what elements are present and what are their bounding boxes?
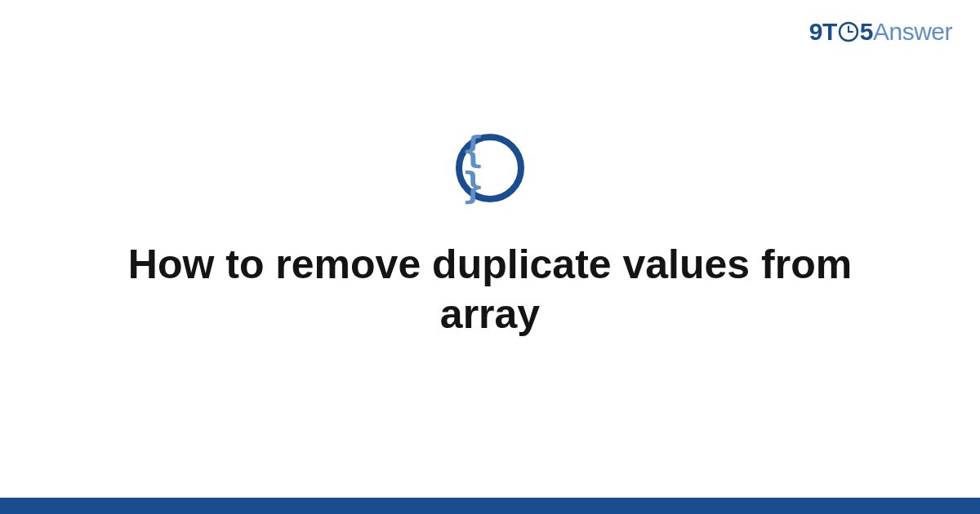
category-glyph: { } [462, 132, 518, 204]
footer-accent-bar [0, 498, 980, 514]
main-content: { } How to remove duplicate values from … [0, 0, 980, 498]
code-braces-icon: { } [456, 134, 524, 202]
page-title: How to remove duplicate values from arra… [82, 240, 898, 339]
